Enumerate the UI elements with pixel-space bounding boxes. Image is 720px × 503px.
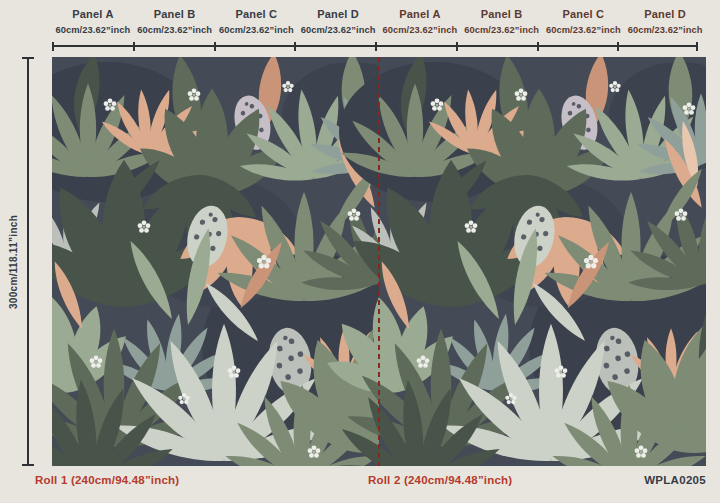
panel-size: 60cm/23.62”inch: [461, 25, 543, 35]
panel-name: Panel A: [379, 8, 461, 20]
dimension-tick: [696, 42, 698, 51]
panel-name: Panel B: [134, 8, 216, 20]
panel-name: Panel C: [543, 8, 625, 20]
panel-label-d2: Panel D 60cm/23.62”inch: [624, 8, 706, 35]
dimension-tick: [456, 42, 458, 51]
panel-size: 60cm/23.62”inch: [379, 25, 461, 35]
panel-label-c2: Panel C 60cm/23.62”inch: [543, 8, 625, 35]
panel-size: 60cm/23.62”inch: [297, 25, 379, 35]
panel-size: 60cm/23.62”inch: [216, 25, 298, 35]
panel-label-a1: Panel A 60cm/23.62”inch: [52, 8, 134, 35]
panel-size: 60cm/23.62”inch: [52, 25, 134, 35]
height-dimension-label: 300cm/118.11”inch: [1, 57, 25, 466]
panel-label-a2: Panel A 60cm/23.62”inch: [379, 8, 461, 35]
panel-name: Panel D: [624, 8, 706, 20]
dimension-tick: [133, 42, 135, 51]
panel-size: 60cm/23.62”inch: [624, 25, 706, 35]
panel-label-b1: Panel B 60cm/23.62”inch: [134, 8, 216, 35]
dimension-tick: [537, 42, 539, 51]
panel-size: 60cm/23.62”inch: [134, 25, 216, 35]
panel-label-c1: Panel C 60cm/23.62”inch: [216, 8, 298, 35]
wallpaper-mural: [52, 57, 706, 466]
panel-name: Panel D: [297, 8, 379, 20]
width-dimension-line: [52, 45, 698, 47]
panel-label-b2: Panel B 60cm/23.62”inch: [461, 8, 543, 35]
dimension-tick: [294, 42, 296, 51]
roll-2-label: Roll 2 (240cm/94.48”inch): [368, 474, 512, 486]
wallpaper-spec-sheet: Panel A 60cm/23.62”inch Panel B 60cm/23.…: [0, 0, 720, 503]
roll-divider-line: [378, 57, 380, 466]
panel-labels-row: Panel A 60cm/23.62”inch Panel B 60cm/23.…: [52, 8, 706, 35]
panel-name: Panel A: [52, 8, 134, 20]
product-code: WPLA0205: [644, 474, 706, 486]
panel-name: Panel B: [461, 8, 543, 20]
panel-label-d1: Panel D 60cm/23.62”inch: [297, 8, 379, 35]
roll-1-label: Roll 1 (240cm/94.48”inch): [35, 474, 179, 486]
dimension-tick: [214, 42, 216, 51]
dimension-tick: [52, 42, 54, 51]
dimension-tick: [375, 42, 377, 51]
height-dimension-line: [27, 57, 29, 466]
panel-name: Panel C: [216, 8, 298, 20]
panel-size: 60cm/23.62”inch: [543, 25, 625, 35]
dimension-tick: [617, 42, 619, 51]
